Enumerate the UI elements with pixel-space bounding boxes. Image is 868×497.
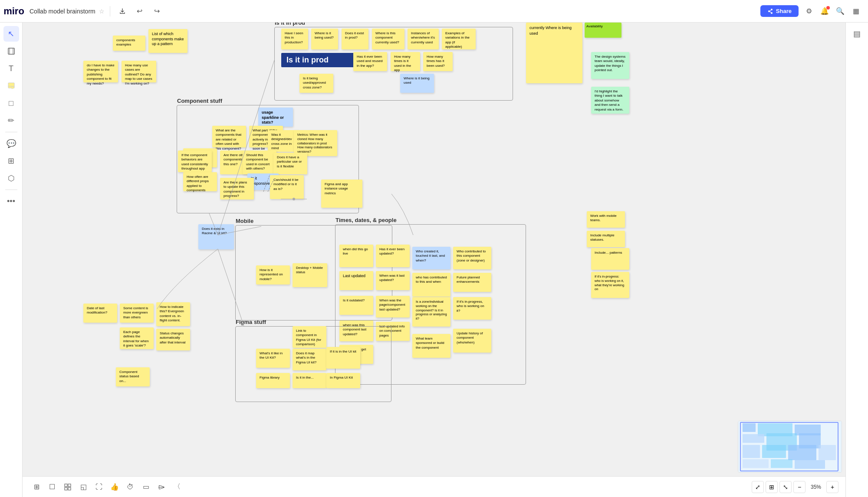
status-changes[interactable]: Status changes automatically after that … — [156, 329, 190, 350]
zone-working-on[interactable]: Is a zone/individual working on the comp… — [412, 297, 450, 327]
redo-button[interactable]: ↪ — [150, 4, 164, 18]
component-currently-used[interactable]: Where is this component currently used? — [372, 29, 404, 49]
figma-app-metrics[interactable]: Figma and app instance usage metrics — [321, 180, 362, 208]
particular-use[interactable]: Does it have a particular use or is it f… — [273, 153, 307, 174]
fit-view-button[interactable]: ⤢ — [752, 481, 764, 493]
if-behaviors-used[interactable]: If the component behaviors are used cons… — [178, 150, 212, 172]
sticky-examples[interactable]: components examples — [113, 36, 145, 51]
doc-title[interactable]: Collab model brainstorm — [30, 8, 95, 15]
design-systems-team[interactable]: The design systems team would, ideally, … — [591, 52, 629, 79]
bottom-tool-2[interactable]: ☐ — [45, 480, 59, 494]
figma-library[interactable]: Figma library — [256, 373, 290, 388]
usage-sparkline[interactable]: usage sparkline or stats? — [258, 108, 293, 127]
bottom-tool-7[interactable]: ⏱ — [123, 480, 137, 494]
link-to-figma[interactable]: Link to component in Figma UI Kit (for c… — [293, 326, 326, 348]
sticky-use-cases[interactable]: How many use cases are outlined? Do any … — [122, 61, 156, 82]
component-status[interactable]: Component status based on... — [116, 367, 150, 386]
what-team-sponsored[interactable]: What team sponsored or build the compone… — [412, 334, 450, 358]
shape-tool[interactable]: □ — [3, 95, 19, 111]
does-exist-racine[interactable]: Does it exist in Racine & UI kit? — [198, 224, 234, 249]
comment-tool[interactable]: 💬 — [3, 136, 19, 151]
examples-variations[interactable]: Examples of variations in the app (if ap… — [442, 29, 476, 49]
collapse-toolbar[interactable]: 〈 — [170, 480, 184, 494]
when-last-updated[interactable]: When was it last updated? — [376, 271, 410, 290]
plugin-tool[interactable]: ⬡ — [3, 170, 19, 186]
who-created[interactable]: Who created it, touched it last, and whe… — [412, 247, 450, 269]
does-it-map[interactable]: Does it map what's in the Figma UI kit? — [293, 349, 326, 370]
whats-it-like-kit[interactable]: What's it like in the UI Kit? — [256, 349, 290, 368]
bottom-tool-5[interactable]: ⛶ — [92, 480, 106, 494]
list-components-sticky[interactable]: List of which components make up a patte… — [148, 29, 187, 53]
zoom-in-button[interactable]: + — [826, 481, 838, 493]
grid-button[interactable]: ⊞ — [766, 481, 778, 493]
when-go-live[interactable]: when did this go live — [339, 245, 373, 267]
cursor-tool[interactable]: ↖ — [3, 26, 19, 42]
how-many-times-used[interactable]: How many times has it been used? — [423, 52, 453, 71]
notifications-button[interactable]: 🔔 — [818, 4, 832, 18]
who-contributed-when[interactable]: who has contributed to this and when — [412, 273, 450, 297]
right-panel-button[interactable]: ▤ — [849, 26, 865, 42]
fit-width-button[interactable]: ⤡ — [779, 481, 792, 493]
template-tool[interactable]: ⊞ — [3, 153, 19, 169]
ever-been-used[interactable]: Has it ever been used and reused in the … — [353, 52, 387, 71]
page-component-updated[interactable]: When was the page/component last updated… — [376, 296, 410, 317]
exist-in-prod[interactable]: Does it exist in prod? — [342, 29, 368, 49]
search-button[interactable]: 🔍 — [833, 4, 847, 18]
evergreen-vs-inflight[interactable]: How to indicate this? Evergreen content … — [156, 302, 190, 326]
content-evergreen[interactable]: Some content is more evergreen than othe… — [120, 304, 154, 323]
where-is-used-blue[interactable]: Where is it being used — [400, 74, 434, 93]
settings-button[interactable]: ⚙ — [802, 4, 816, 18]
how-often-props[interactable]: How often are different props applied to… — [183, 172, 217, 191]
in-figma-ui-kit[interactable]: In Figma UI Kit — [326, 373, 360, 388]
metrics[interactable]: Metrics: When was it cloned How many col… — [294, 130, 337, 156]
right-sticky-2[interactable]: If it's in-progress: who is working on i… — [591, 272, 629, 298]
multiple-statuses[interactable]: Include multiple statuses. — [587, 231, 625, 247]
export-button[interactable] — [115, 4, 129, 18]
text-tool[interactable]: T — [3, 61, 19, 76]
currently-where-being-used[interactable]: currently Where is being used — [526, 23, 582, 83]
desktop-mobile-status[interactable]: Desktop + Mobile status — [293, 263, 327, 287]
who-contributed[interactable]: Who contributed to this component (zone … — [453, 247, 491, 269]
panels-button[interactable]: ▦ — [849, 4, 863, 18]
future-enhancements[interactable]: Future planned enhancements — [453, 273, 491, 292]
should-be-used-concert[interactable]: Should this component be used in concert… — [243, 150, 276, 174]
plans-to-update[interactable]: Are there plans to update this component… — [220, 178, 254, 199]
where-being-used[interactable]: Where is it being used? — [311, 29, 338, 49]
star-icon[interactable]: ☆ — [99, 8, 105, 15]
work-with-mobile[interactable]: Work with mobile teams. — [587, 211, 625, 228]
sticky-changes[interactable]: do I have to make changes to the publish… — [83, 61, 118, 82]
instances-where-used[interactable]: Instances of when/where it's currently u… — [408, 29, 439, 49]
bottom-tool-8[interactable]: ▭ — [139, 480, 153, 494]
availability-label[interactable]: Availability — [585, 23, 621, 38]
bottom-tool-4[interactable]: ◱ — [76, 480, 90, 494]
is-outdated[interactable]: Is it outdated? — [339, 296, 373, 315]
update-history[interactable]: Update history of component (who/when) — [453, 329, 491, 353]
how-many-times[interactable]: How many times is it used in the app — [391, 52, 420, 71]
frames-tool[interactable] — [3, 43, 19, 59]
represented-on-mobile[interactable]: How is it represented on mobile? — [256, 265, 290, 284]
canvas[interactable]: List of which components make up a patte… — [23, 23, 845, 497]
what-are-components[interactable]: What are the components that are related… — [212, 126, 246, 147]
each-page-defines[interactable]: Each page defines the interval for when … — [120, 327, 154, 349]
last-updated[interactable]: Last updated — [339, 271, 373, 290]
undo-button[interactable]: ↩ — [133, 4, 147, 18]
zoom-out-button[interactable]: − — [793, 481, 806, 493]
bottom-tool-6[interactable]: 👍 — [108, 480, 122, 494]
share-button[interactable]: Share — [760, 5, 799, 17]
bottom-tool-1[interactable]: ⊞ — [30, 480, 43, 494]
has-ever-been-updated[interactable]: Has it ever been updated? — [376, 245, 410, 267]
inprogress-who[interactable]: If it's in-progress, who is working on i… — [453, 297, 491, 320]
cross-zone[interactable]: Is it being used/approved cross zone? — [299, 74, 333, 93]
sticky-tool[interactable] — [3, 78, 19, 94]
right-sticky-1[interactable]: Include... patterns — [591, 248, 629, 270]
more-tools[interactable]: ••• — [3, 193, 19, 209]
highlight-and-send[interactable]: I'd highlight the thing I want to talk a… — [591, 87, 629, 114]
seen-in-production[interactable]: Have I seen this in production? — [281, 29, 308, 49]
is-it-in[interactable]: Is it in the... — [293, 373, 326, 388]
if-it-is-ui-kit[interactable]: If it is in the UI kit — [326, 347, 360, 369]
pen-tool[interactable]: ✏ — [3, 113, 19, 128]
date-last-modification[interactable]: Date of last modification? — [83, 304, 117, 323]
bottom-tool-3[interactable] — [61, 480, 75, 494]
bottom-tool-9[interactable]: ⌲ — [155, 480, 168, 494]
zoom-level[interactable]: 35% — [807, 484, 825, 490]
